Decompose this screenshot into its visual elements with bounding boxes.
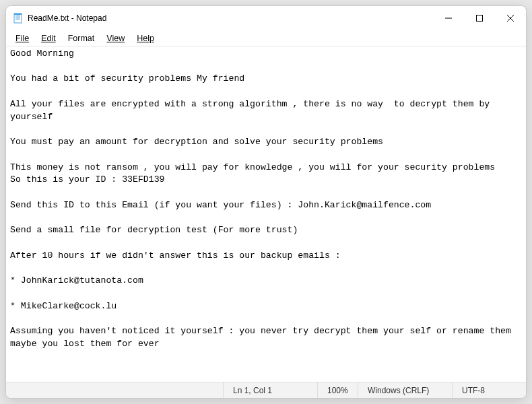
svg-rect-7 xyxy=(477,15,483,22)
titlebar[interactable]: ReadMe.txt - Notepad xyxy=(6,6,526,30)
close-button[interactable] xyxy=(495,6,526,30)
menu-view[interactable]: View xyxy=(106,34,125,43)
text-area[interactable]: Good Morning You had a bit of security p… xyxy=(6,46,526,382)
menu-format[interactable]: Format xyxy=(68,34,95,43)
status-lineending: Windows (CRLF) xyxy=(358,382,452,398)
minimize-button[interactable] xyxy=(433,6,464,30)
statusbar: Ln 1, Col 1 100% Windows (CRLF) UTF-8 xyxy=(6,382,526,398)
status-encoding: UTF-8 xyxy=(452,382,526,398)
menu-edit[interactable]: Edit xyxy=(41,34,56,43)
window-controls xyxy=(433,6,526,30)
status-spacer xyxy=(6,382,223,398)
window-title: ReadMe.txt - Notepad xyxy=(28,13,433,23)
menu-help[interactable]: Help xyxy=(137,34,154,43)
status-position: Ln 1, Col 1 xyxy=(223,382,317,398)
menu-file[interactable]: File xyxy=(15,34,29,43)
notepad-icon xyxy=(13,13,24,24)
menubar: File Edit Format View Help xyxy=(6,30,526,46)
notepad-window: ReadMe.txt - Notepad File Edit Format Vi… xyxy=(5,5,527,399)
svg-rect-5 xyxy=(14,13,22,15)
maximize-button[interactable] xyxy=(464,6,495,30)
status-zoom: 100% xyxy=(317,382,358,398)
